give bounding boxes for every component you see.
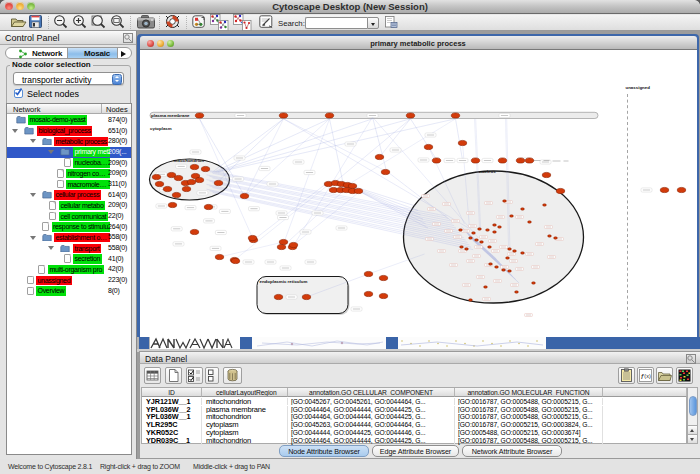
svg-text:endoplasmic reticulum: endoplasmic reticulum [259,279,307,284]
svg-text:mitochondrion: mitochondrion [173,158,204,163]
svg-text:unassigned: unassigned [625,85,650,90]
svg-text:plasma membrane: plasma membrane [151,113,190,118]
svg-text:cytoplasm: cytoplasm [150,126,172,131]
svg-text:nucleus: nucleus [479,169,496,174]
svg-text:(x): (x) [644,373,651,379]
